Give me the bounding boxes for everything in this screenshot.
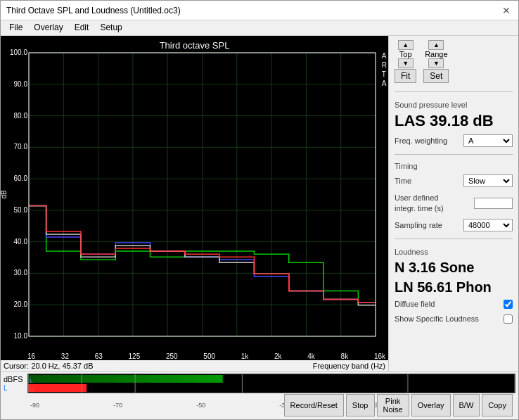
menu-setup[interactable]: Setup [94,22,127,34]
cursor-value: 20.0 Hz, 45.37 dB [31,362,93,370]
integ-time-row: User definedintegr. time (s) 10 [395,193,513,213]
freq-weighting-select[interactable]: A B C Z [463,134,513,147]
time-row: Time Fast Slow Impulse Peak [395,174,513,187]
level-canvas [28,374,515,393]
chart-wrapper: Third octave SPL ARTA 16 32 63 125 250 5… [1,36,388,371]
menu-file[interactable]: File [4,22,28,34]
sampling-rate-row: Sampling rate 44100 48000 96000 [395,219,513,231]
record-reset-button[interactable]: Record/Reset [284,394,344,416]
range-label: Range [425,50,447,58]
spl-value: LAS 39.18 dB [395,112,513,130]
loudness-section-label: Loudness [395,248,513,256]
show-specific-row: Show Specific Loudness [395,314,513,324]
freq-weighting-label: Freq. weighting [395,136,463,145]
bottom-info-row: -90 -70 -50 -30 -10 dB Record/Reset Stop… [4,394,515,416]
integ-time-input[interactable]: 10 [474,198,513,209]
fit-button[interactable]: Fit [395,69,416,83]
time-label: Time [395,177,463,185]
dbfs-l-label: dBFSL [4,375,26,392]
x-axis-labels: 16 32 63 125 250 500 1k 2k 4k 8k 16k [1,352,388,360]
show-specific-checkbox[interactable] [504,314,513,324]
loudness-value-line2: LN 56.61 Phon [395,279,513,295]
range-down-button[interactable]: ▼ [428,58,444,68]
integ-time-label: User definedintegr. time (s) [395,193,474,213]
main-window: Third Octave SPL and Loudness (Untitled.… [0,0,519,420]
copy-button[interactable]: Copy [482,394,513,416]
chart-title: Third octave SPL [1,37,388,52]
spl-chart [1,36,388,342]
cursor-freq-row: Cursor: 20.0 Hz, 45.37 dB Frequency band… [1,360,388,371]
divider-1 [395,91,513,92]
sampling-rate-label: Sampling rate [395,221,463,229]
pink-noise-button[interactable]: Pink Noise [377,394,409,416]
bottom-bar: dBFSL -90 -70 -50 -30 -10 dB Record/Rese… [1,371,518,419]
show-specific-label: Show Specific Loudness [395,314,479,323]
window-title: Third Octave SPL and Loudness (Untitled.… [6,6,181,15]
overlay-button[interactable]: Overlay [411,394,451,416]
arta-label: ARTA [382,51,387,88]
diffuse-field-row: Diffuse field [395,300,513,309]
menu-overlay[interactable]: Overlay [28,22,68,34]
title-bar: Third Octave SPL and Loudness (Untitled.… [1,1,518,20]
range-control-group: ▲ Range ▼ Set [423,40,449,83]
diffuse-field-label: Diffuse field [395,300,435,308]
sampling-rate-select[interactable]: 44100 48000 96000 [463,219,513,231]
menu-edit[interactable]: Edit [69,22,95,34]
loudness-value-line1: N 3.16 Sone [395,259,513,276]
top-label: Top [399,50,412,58]
cursor-label: Cursor: [4,362,29,370]
range-up-button[interactable]: ▲ [428,40,444,50]
top-controls-row: ▲ Top ▼ Fit ▲ Range ▼ Set [395,40,513,83]
bw-button[interactable]: B/W [453,394,480,416]
divider-2 [395,154,513,155]
set-button[interactable]: Set [423,69,449,83]
menu-bar: File Overlay Edit Setup [1,20,518,36]
freq-band-label: Frequency band (Hz) [313,362,385,370]
main-content: Third octave SPL ARTA 16 32 63 125 250 5… [1,36,518,371]
freq-weighting-row: Freq. weighting A B C Z [395,134,513,147]
spl-section-label: Sound pressure level [395,101,513,109]
top-control-group: ▲ Top ▼ Fit [395,40,416,83]
dbfs-l-row: dBFSL [4,374,515,393]
side-panel: ▲ Top ▼ Fit ▲ Range ▼ Set Sound pressure… [388,36,518,371]
time-select[interactable]: Fast Slow Impulse Peak [463,174,513,187]
top-up-button[interactable]: ▲ [398,40,414,50]
action-buttons: Record/Reset Stop Pink Noise Overlay B/W… [385,394,515,416]
stop-button[interactable]: Stop [346,394,375,416]
diffuse-field-checkbox[interactable] [504,300,513,309]
timing-section-label: Timing [395,162,513,170]
level-meter [27,374,515,393]
top-down-button[interactable]: ▼ [398,58,414,68]
close-button[interactable]: ✕ [500,4,513,17]
divider-3 [395,238,513,239]
